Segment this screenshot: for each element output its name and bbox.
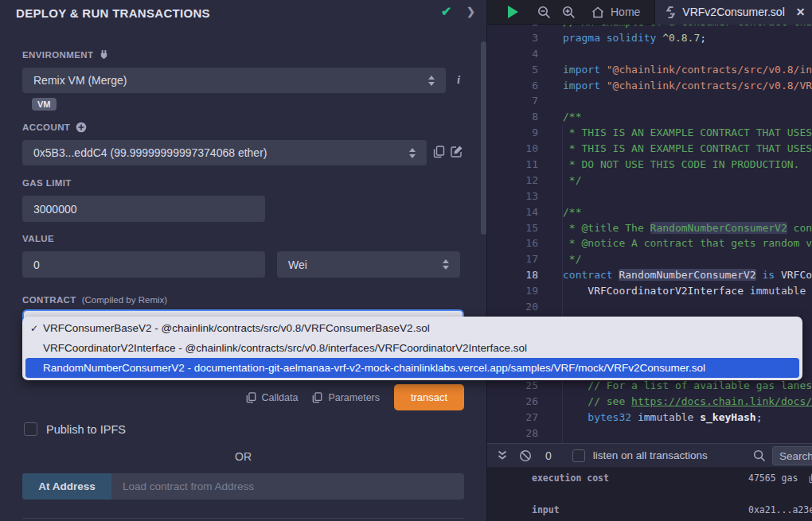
run-script-play-icon[interactable] [508,6,518,18]
at-address-input[interactable] [111,473,464,500]
clear-console-icon[interactable] [519,449,532,462]
solidity-icon [666,6,676,18]
deploy-run-panel: DEPLOY & RUN TRANSACTIONS ✔ ❯ ENVIRONMEN… [0,0,487,521]
line-content: */ [538,251,581,267]
contract-option[interactable]: ✓VRFConsumerBaseV2 - @chainlink/contract… [22,318,802,338]
terminal-log-row: execution cost 47565 gas [532,472,812,484]
line-content: import "@chainlink/contracts/src/v0.8/VR… [538,78,812,94]
line-number: 9 [487,125,538,141]
terminal-log: execution cost 47565 gas input 0xa21...a… [487,467,812,521]
line-number: 27 [487,410,538,426]
copy-value-icon[interactable] [809,473,812,484]
copy-calldata-button[interactable]: Calldata [246,392,299,403]
code-line: 17 */ [487,251,812,267]
contract-label: CONTRACT (Compiled by Remix) [22,295,167,305]
code-line: 10 * THIS IS AN EXAMPLE CONTRACT THAT US… [487,141,812,157]
code-line: 6import "@chainlink/contracts/src/v0.8/V… [487,78,812,94]
panel-title: DEPLOY & RUN TRANSACTIONS [16,6,210,20]
add-account-icon[interactable] [76,122,87,133]
edit-account-icon[interactable] [451,145,463,157]
or-label: OR [22,450,464,463]
code-line: 12 */ [487,173,812,189]
home-icon [591,6,604,18]
deploy-actions-row: Calldata Parameters transact [22,384,464,410]
terminal-search-input[interactable] [772,446,812,465]
line-content: // An example of a consumer contract tha… [538,25,812,30]
line-content: VRFCoordinatorV2Interface immutable COOR… [538,283,812,299]
value-input[interactable] [22,251,265,278]
at-address-button[interactable]: At Address [22,473,111,500]
zoom-out-icon[interactable] [537,6,551,19]
line-number: 19 [487,283,538,299]
line-number: 14 [487,204,538,220]
collapse-panel-chevron-icon[interactable]: ❯ [467,6,475,17]
code-editor[interactable]: 2// An example of a consumer contract th… [487,25,812,443]
code-line: 25 // For a list of available gas lanes … [487,378,812,394]
code-line: 28 [487,426,812,441]
line-content: /** [538,204,581,220]
indent-guide [562,125,563,443]
line-number: 15 [487,220,538,236]
line-number: 8 [487,109,538,125]
select-caret-icon [409,148,416,158]
environment-label: ENVIRONMENT [22,49,109,60]
transact-button[interactable]: transact [394,384,464,410]
line-number: 11 [487,157,538,173]
line-number: 20 [487,299,538,315]
transaction-count: 0 [545,449,552,462]
publish-to-ipfs-checkbox[interactable] [24,422,37,436]
copy-icon [246,392,256,403]
line-number: 5 [487,62,538,78]
panel-scrollbar[interactable] [481,41,486,235]
select-caret-icon [428,76,435,86]
environment-select[interactable]: Remix VM (Merge) [22,68,446,93]
compile-success-check-icon[interactable]: ✔ [441,4,451,19]
gas-limit-label: GAS LIMIT [22,178,72,188]
editor-toolbar: Home VRFv2Consumer.sol ✕ [487,0,812,25]
line-content: // For a list of available gas lanes on … [538,378,812,394]
line-content [538,299,563,315]
code-line: 8/** [487,109,812,125]
code-line: 11 * DO NOT USE THIS CODE IN PRODUCTION. [487,157,812,173]
publish-to-ipfs-label: Publish to IPFS [46,423,126,436]
listen-all-transactions-checkbox[interactable] [572,449,585,462]
line-content: // see https://docs.chain.link/docs/vrf-… [538,394,812,410]
zoom-in-icon[interactable] [562,6,576,19]
line-number: 6 [487,78,538,94]
line-content [538,426,563,441]
log-label: execution cost [532,472,748,484]
publish-to-ipfs-row: Publish to IPFS [24,422,126,436]
value-label: VALUE [22,234,54,243]
account-select[interactable]: 0x5B3...eddC4 (99.99999999997374068 ethe… [22,140,427,165]
environment-info-icon[interactable]: i [457,73,460,87]
line-number: 18 [487,267,538,283]
line-number: 25 [487,378,538,394]
code-line: 15 * @title The RandomNumberConsumerV2 c… [487,220,812,236]
value-unit-select[interactable]: Wei [277,251,460,278]
line-content [538,93,563,109]
line-content: contract RandomNumberConsumerV2 is VRFCo… [538,267,812,283]
copy-icon [312,392,322,403]
panel-divider [22,518,464,519]
code-line: 14/** [487,204,812,220]
plug-icon [99,49,109,60]
tab-home[interactable]: Home [591,6,640,18]
contract-option[interactable]: VRFCoordinatorV2Interface - @chainlink/c… [22,338,802,358]
line-number: 3 [487,30,538,46]
copy-parameters-button[interactable]: Parameters [312,392,380,403]
code-line: 13 [487,189,812,204]
line-content: * THIS IS AN EXAMPLE CONTRACT THAT USES … [538,141,812,157]
terminal-log-row: input 0xa21...a23e4 [532,504,812,515]
search-icon [753,449,766,462]
code-line: 27 bytes32 immutable s_keyHash; [487,410,812,426]
line-content [538,189,563,204]
code-line: 9 * THIS IS AN EXAMPLE CONTRACT THAT USE… [487,125,812,141]
contract-option[interactable]: RandomNumberConsumerV2 - documentation-g… [25,358,799,378]
expand-terminal-icon[interactable] [498,450,507,461]
gas-limit-input[interactable] [22,196,265,222]
vm-badge: VM [32,98,57,111]
line-number: 10 [487,141,538,157]
copy-account-icon[interactable] [433,146,445,158]
tab-vrfv2consumer[interactable]: VRFv2Consumer.sol ✕ [654,0,812,25]
close-tab-icon[interactable]: ✕ [796,6,806,18]
